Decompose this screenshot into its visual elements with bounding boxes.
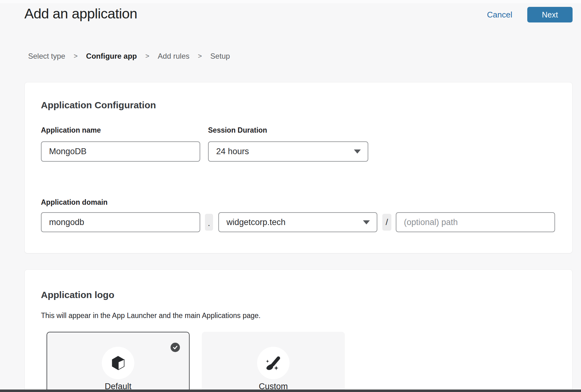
breadcrumb-separator: > — [198, 52, 202, 60]
path-input[interactable] — [396, 212, 555, 232]
chevron-down-icon — [363, 220, 370, 224]
page-title: Add an application — [24, 6, 137, 22]
breadcrumb: Select type > Configure app > Add rules … — [28, 52, 230, 61]
next-button[interactable]: Next — [527, 7, 573, 22]
domain-select-value: widgetcorp.tech — [226, 218, 286, 227]
check-icon — [171, 343, 180, 352]
application-name-input[interactable] — [41, 141, 200, 162]
breadcrumb-step-select-type[interactable]: Select type — [28, 52, 65, 61]
breadcrumb-step-add-rules[interactable]: Add rules — [158, 52, 189, 61]
breadcrumb-separator: > — [145, 52, 149, 60]
logo-options: Default Custom — [47, 332, 345, 392]
logo-option-default[interactable]: Default — [47, 332, 190, 392]
chevron-down-icon — [354, 149, 361, 154]
application-name-label: Application name — [41, 126, 101, 135]
session-duration-select[interactable]: 24 hours — [208, 141, 368, 162]
application-logo-heading: Application logo — [41, 290, 114, 300]
breadcrumb-step-configure-app[interactable]: Configure app — [86, 52, 137, 61]
logo-option-custom[interactable]: Custom — [202, 332, 345, 392]
paintbrush-icon — [257, 347, 290, 379]
application-logo-description: This will appear in the App Launcher and… — [41, 311, 261, 320]
header-actions: Cancel Next — [487, 7, 573, 22]
application-domain-label: Application domain — [41, 198, 107, 207]
add-application-page: Add an application Cancel Next Select ty… — [0, 0, 581, 392]
breadcrumb-separator: > — [74, 52, 78, 60]
domain-slash-separator: / — [382, 214, 391, 231]
application-configuration-card: Application Configuration Application na… — [24, 82, 573, 253]
application-configuration-heading: Application Configuration — [41, 100, 156, 110]
top-edge-strip — [0, 0, 581, 3]
bottom-edge-strip — [0, 390, 581, 392]
domain-select[interactable]: widgetcorp.tech — [218, 212, 377, 232]
subdomain-input[interactable] — [41, 212, 200, 232]
application-logo-card: Application logo This will appear in the… — [24, 269, 573, 392]
domain-dot-separator: . — [205, 214, 213, 231]
cube-icon — [102, 347, 134, 379]
session-duration-label: Session Duration — [208, 126, 267, 135]
session-duration-value: 24 hours — [216, 147, 249, 156]
cancel-button[interactable]: Cancel — [487, 7, 512, 22]
breadcrumb-step-setup[interactable]: Setup — [210, 52, 230, 61]
